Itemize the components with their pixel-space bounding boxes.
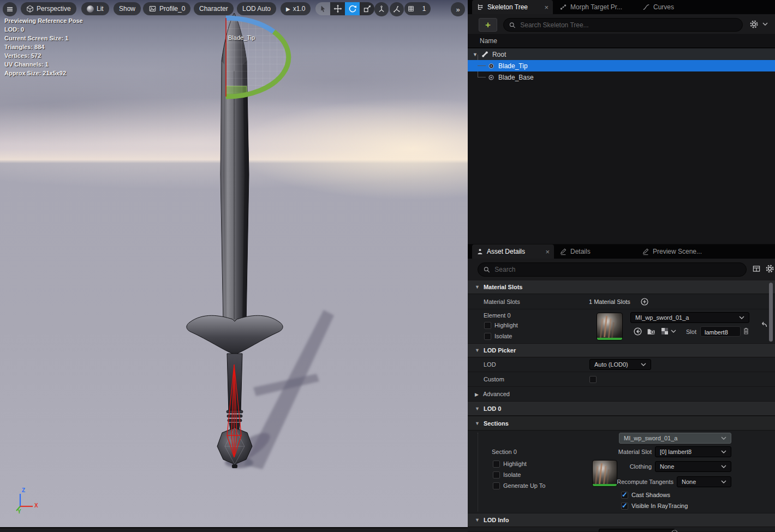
playback-speed-button[interactable]: ▶ x1.0 <box>281 2 311 15</box>
play-icon: ▶ <box>286 6 290 12</box>
profile-button[interactable]: Profile_0 <box>143 2 190 15</box>
category-label: Material Slots <box>484 284 523 290</box>
details-search[interactable] <box>478 262 747 277</box>
highlight-checkbox[interactable] <box>484 322 491 329</box>
section-material-combo[interactable]: MI_wp_sword_01_a <box>619 433 731 444</box>
category-label: Sections <box>484 420 509 427</box>
pattern-options-icon[interactable] <box>660 327 669 336</box>
tab-label: Preview Scene... <box>653 248 702 255</box>
character-button[interactable]: Character <box>194 2 234 15</box>
show-label: Show <box>119 5 135 13</box>
tab-label: Details <box>570 248 591 255</box>
lod-row: LOD Auto (LOD0) <box>468 357 775 372</box>
custom-checkbox[interactable] <box>589 376 597 383</box>
details-search-input[interactable] <box>493 265 741 274</box>
viewport[interactable]: Blade_Tip Previewing Reference Pose LOD:… <box>0 0 468 532</box>
reset-to-default-icon[interactable] <box>759 321 768 328</box>
tab-morph-target[interactable]: Morph Target Pr... <box>555 0 634 14</box>
browse-to-asset-icon[interactable] <box>646 327 656 336</box>
tab-preview-scene[interactable]: Preview Scene... <box>637 244 714 259</box>
cast-shadows-checkbox[interactable]: ✓ <box>621 492 628 499</box>
property-label: Element 0 <box>484 312 511 319</box>
highlight-checkbox[interactable] <box>493 461 500 468</box>
gear-icon[interactable] <box>765 264 774 273</box>
category-label: LOD Picker <box>484 347 516 354</box>
lit-mode-button[interactable]: Lit <box>81 2 109 15</box>
table-view-icon[interactable] <box>752 265 761 273</box>
lod0-header[interactable]: ▼ LOD 0 <box>468 402 775 416</box>
close-icon[interactable]: × <box>544 3 549 11</box>
scale-tool-button[interactable] <box>360 2 374 15</box>
coordinate-space-button[interactable] <box>374 2 389 16</box>
slot-name-field[interactable] <box>700 326 741 337</box>
clothing-combo[interactable]: None <box>655 461 731 472</box>
grid-icon <box>404 5 418 13</box>
chevron-down-icon[interactable] <box>762 22 768 26</box>
caret-down-icon: ▼ <box>475 348 480 353</box>
property-label: Material Slots <box>484 298 520 305</box>
joint-icon <box>487 74 495 81</box>
combo-value: [0] lambert8 <box>660 449 691 455</box>
advanced-row[interactable]: ▶ Advanced <box>468 387 775 402</box>
tree-row-blade-tip[interactable]: Blade_Tip <box>468 60 775 71</box>
lod-picker-header[interactable]: ▼ LOD Picker <box>468 344 775 357</box>
move-tool-button[interactable] <box>330 2 345 15</box>
custom-row: Custom <box>468 372 775 387</box>
use-selected-asset-icon[interactable] <box>633 327 642 336</box>
material-slot-combo[interactable]: [0] lambert8 <box>655 446 731 457</box>
material-slots-header[interactable]: ▼ Material Slots <box>468 280 775 294</box>
isolate-checkbox[interactable] <box>493 471 500 479</box>
tab-skeleton-tree[interactable]: Skeleton Tree × <box>472 0 553 14</box>
isolate-checkbox[interactable] <box>484 333 491 340</box>
tab-curves[interactable]: Curves <box>638 0 690 14</box>
surface-snapping-button[interactable] <box>390 2 404 16</box>
perspective-label: Perspective <box>37 5 71 13</box>
add-bone-button[interactable]: + <box>479 18 497 32</box>
partial-combo[interactable] <box>599 529 675 532</box>
curves-icon <box>642 3 650 11</box>
rotate-tool-button[interactable] <box>345 2 360 15</box>
image-icon <box>148 5 157 13</box>
show-button[interactable]: Show <box>114 2 141 15</box>
property-label: Custom <box>484 376 504 382</box>
stat-line: UV Channels: 1 <box>4 60 83 69</box>
chevron-down-icon[interactable] <box>671 330 676 333</box>
tree-row-blade-base[interactable]: Blade_Base <box>468 71 775 83</box>
lod-combo[interactable]: Auto (LOD0) <box>589 359 651 370</box>
select-tool-button[interactable] <box>315 2 330 15</box>
lod-info-header[interactable]: ▼ LOD Info <box>468 513 775 527</box>
sections-header[interactable]: ▼ Sections <box>468 416 775 431</box>
scale-icon <box>363 4 372 13</box>
add-slot-icon[interactable] <box>640 297 649 306</box>
tree-column-header[interactable]: Name <box>468 34 775 48</box>
toolbar-overflow-button[interactable]: » <box>451 2 465 16</box>
tab-asset-details[interactable]: Asset Details × <box>472 244 554 259</box>
tab-details[interactable]: Details <box>555 244 607 259</box>
skeleton-search[interactable] <box>503 18 743 32</box>
skeleton-search-input[interactable] <box>519 21 737 29</box>
material-thumbnail[interactable] <box>597 313 623 340</box>
chevron-down-icon <box>641 363 646 367</box>
caret-down-icon: ▼ <box>475 517 480 523</box>
tree-row-root[interactable]: ▼ Root <box>468 49 775 60</box>
rotate-gizmo[interactable] <box>226 18 289 97</box>
generate-up-to-checkbox[interactable] <box>493 482 500 489</box>
close-icon[interactable]: × <box>545 248 550 256</box>
advanced-label: Advanced <box>483 391 510 397</box>
gear-icon[interactable] <box>749 20 759 29</box>
material-combo[interactable]: MI_wp_sword_01_a <box>630 312 749 323</box>
recompute-tangents-combo[interactable]: None <box>677 476 731 487</box>
checkbox-label: Isolate <box>503 471 521 478</box>
section0-row: Section 0 Highlight Isolate Generate Up … <box>468 431 775 513</box>
lod-auto-button[interactable]: LOD Auto <box>237 2 276 15</box>
visible-raytracing-checkbox[interactable]: ✓ <box>621 503 628 510</box>
move-icon <box>333 4 342 13</box>
perspective-button[interactable]: Perspective <box>21 2 76 15</box>
viewport-menu-button[interactable] <box>3 2 17 16</box>
grid-snap-button[interactable]: 1 <box>404 2 431 15</box>
check-icon: ✓ <box>622 491 628 498</box>
scrollbar-thumb[interactable] <box>769 283 773 342</box>
add-icon[interactable] <box>671 529 678 532</box>
expander-icon[interactable]: ▼ <box>473 52 478 57</box>
delete-slot-icon[interactable] <box>742 326 750 336</box>
